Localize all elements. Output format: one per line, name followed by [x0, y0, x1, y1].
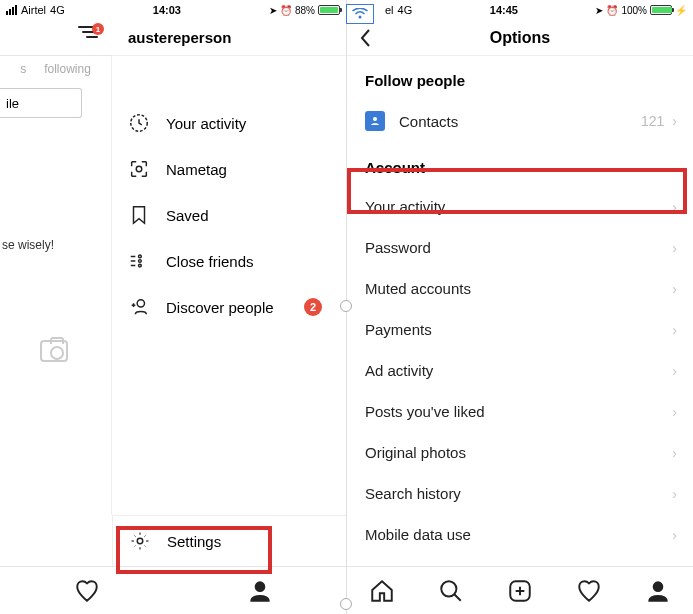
row-password[interactable]: Password › [347, 227, 693, 268]
svg-point-9 [441, 581, 456, 596]
back-button[interactable] [359, 28, 373, 52]
row-label: Payments [365, 321, 432, 338]
chevron-right-icon: › [672, 527, 677, 543]
drawer-username: austereperson [112, 20, 346, 56]
status-time: 14:45 [412, 4, 595, 16]
profile-left-strip: s following ile se wisely! [0, 56, 112, 515]
person-icon[interactable] [645, 578, 671, 604]
svg-point-3 [139, 260, 142, 263]
drawer-panel: Your activity Nametag Saved Close friend… [112, 56, 346, 515]
row-contacts[interactable]: Contacts 121 › [347, 99, 693, 143]
row-label: Muted accounts [365, 280, 471, 297]
contacts-icon [365, 111, 385, 131]
tab-following[interactable]: following [44, 62, 91, 76]
settings-label: Settings [167, 533, 221, 550]
wifi-overlay-icon [346, 4, 374, 24]
contacts-count: 121 [641, 113, 664, 129]
status-time: 14:03 [65, 4, 269, 16]
status-bar: el 4G 14:45 ➤ ⏰ 100% ⚡ [347, 0, 693, 20]
row-label: Mobile data use [365, 526, 471, 543]
charging-icon: ⚡ [675, 5, 687, 16]
search-icon[interactable] [438, 578, 464, 604]
person-icon[interactable] [247, 578, 273, 604]
drawer-label: Discover people [166, 299, 274, 316]
location-icon: ➤ [595, 5, 603, 16]
drawer-label: Your activity [166, 115, 246, 132]
tagged-photos-icon[interactable] [40, 340, 68, 362]
battery-label: 100% [621, 5, 647, 16]
row-label: Ad activity [365, 362, 433, 379]
drawer-discover-people[interactable]: Discover people 2 [112, 284, 346, 330]
bottom-nav-left [0, 566, 346, 614]
svg-point-5 [137, 300, 144, 307]
menu-button[interactable]: 1 [78, 26, 98, 38]
svg-point-12 [359, 16, 362, 19]
chevron-right-icon: › [672, 281, 677, 297]
battery-icon [650, 5, 672, 15]
add-post-icon[interactable] [507, 578, 533, 604]
svg-point-1 [136, 166, 142, 172]
battery-label: 88% [295, 5, 315, 16]
activity-icon [128, 112, 150, 134]
row-mobile-data[interactable]: Mobile data use › [347, 514, 693, 555]
home-icon[interactable] [369, 578, 395, 604]
network-label: 4G [50, 4, 65, 16]
row-your-activity[interactable]: Your activity › [347, 186, 693, 227]
row-label: Your activity [365, 198, 445, 215]
row-payments[interactable]: Payments › [347, 309, 693, 350]
network-label: 4G [398, 4, 413, 16]
signal-bars-icon [6, 5, 17, 15]
svg-point-2 [139, 255, 142, 258]
bookmark-icon [128, 204, 150, 226]
drawer-label: Saved [166, 207, 209, 224]
chevron-right-icon: › [672, 486, 677, 502]
heart-icon[interactable] [576, 578, 602, 604]
chevron-right-icon: › [672, 363, 677, 379]
menu-badge: 1 [92, 23, 104, 35]
drawer-close-friends[interactable]: Close friends [112, 238, 346, 284]
carrier-fragment: el [385, 4, 394, 16]
row-language[interactable]: Language › [347, 555, 693, 566]
options-header: Options [347, 20, 693, 56]
divider-handle-upper[interactable] [340, 300, 352, 312]
drawer-settings[interactable]: Settings [112, 515, 346, 566]
bio-fragment: se wisely! [0, 238, 111, 252]
divider-handle-lower[interactable] [340, 598, 352, 610]
drawer-nametag[interactable]: Nametag [112, 146, 346, 192]
chevron-right-icon: › [672, 199, 677, 215]
chevron-right-icon: › [672, 240, 677, 256]
gear-icon [129, 530, 151, 552]
chevron-right-icon: › [672, 404, 677, 420]
alarm-icon: ⏰ [606, 5, 618, 16]
svg-point-11 [654, 582, 663, 591]
edit-profile-fragment[interactable]: ile [0, 88, 82, 118]
alarm-icon: ⏰ [280, 5, 292, 16]
svg-point-7 [255, 582, 264, 591]
drawer-label: Close friends [166, 253, 254, 270]
svg-point-6 [137, 538, 143, 544]
row-search-history[interactable]: Search history › [347, 473, 693, 514]
row-muted-accounts[interactable]: Muted accounts › [347, 268, 693, 309]
row-original-photos[interactable]: Original photos › [347, 432, 693, 473]
row-posts-liked[interactable]: Posts you've liked › [347, 391, 693, 432]
row-label: Password [365, 239, 431, 256]
drawer-your-activity[interactable]: Your activity [112, 100, 346, 146]
bottom-nav-right [347, 566, 693, 614]
options-title: Options [490, 29, 550, 47]
nametag-icon [128, 158, 150, 180]
heart-icon[interactable] [74, 578, 100, 604]
location-icon: ➤ [269, 5, 277, 16]
options-list: Follow people Contacts 121 › Account You… [347, 56, 693, 566]
phone-right: el 4G 14:45 ➤ ⏰ 100% ⚡ Options Follow pe… [347, 0, 693, 614]
discover-people-icon [128, 296, 150, 318]
status-bar: Airtel 4G 14:03 ➤ ⏰ 88% [0, 0, 346, 20]
chevron-right-icon: › [672, 445, 677, 461]
section-account: Account [347, 143, 693, 186]
tab-fragment-s: s [20, 62, 26, 76]
svg-point-8 [373, 117, 377, 121]
chevron-right-icon: › [672, 113, 677, 129]
section-follow-people: Follow people [347, 56, 693, 99]
row-ad-activity[interactable]: Ad activity › [347, 350, 693, 391]
svg-point-4 [139, 264, 142, 267]
drawer-saved[interactable]: Saved [112, 192, 346, 238]
